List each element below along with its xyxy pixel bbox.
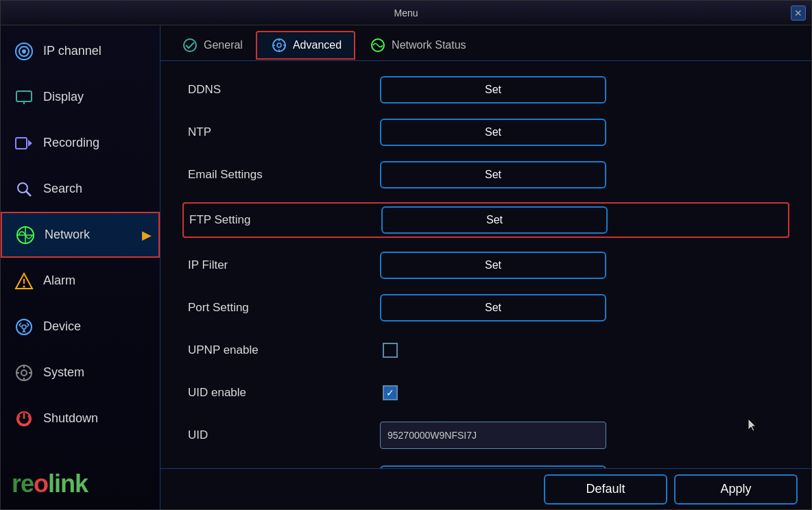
sidebar-item-alarm[interactable]: Alarm <box>1 258 160 304</box>
sidebar-item-device[interactable]: Device <box>1 304 160 350</box>
sidebar-label-device: Device <box>43 319 81 334</box>
svg-point-8 <box>18 183 27 193</box>
svg-point-19 <box>21 370 27 376</box>
sidebar-arrow: ▶ <box>142 228 152 243</box>
svg-rect-3 <box>16 91 32 101</box>
setting-label-ftp-setting: FTP Setting <box>189 213 381 227</box>
setting-row-ddns: DDNSSet <box>188 75 784 105</box>
svg-point-28 <box>277 43 281 47</box>
sidebar-item-recording[interactable]: Recording <box>1 120 160 166</box>
title-bar: Menu ✕ <box>1 1 811 25</box>
alarm-icon <box>12 269 36 293</box>
tab-label-advanced: Advanced <box>293 39 342 51</box>
sidebar-item-display[interactable]: Display <box>1 74 160 120</box>
tab-icon-advanced <box>270 36 289 55</box>
sidebar-label-network: Network <box>45 228 90 242</box>
apply-button[interactable]: Apply <box>674 474 798 505</box>
sidebar-label-search: Search <box>43 182 82 196</box>
setting-label-uid: UID <box>188 428 380 442</box>
sidebar: IP channelDisplayRecordingSearchNetwork▶… <box>1 25 160 509</box>
sidebar-item-ip-channel[interactable]: IP channel <box>1 28 160 74</box>
bottom-bar: Default Apply <box>160 468 811 509</box>
sidebar-label-display: Display <box>43 90 84 104</box>
tab-label-general: General <box>204 39 243 51</box>
setting-label-ddns: DDNS <box>188 83 380 97</box>
setting-row-email-settings: Email SettingsSet <box>188 160 784 190</box>
setting-label-port-setting: Port Setting <box>188 301 380 315</box>
default-button[interactable]: Default <box>544 474 667 505</box>
sidebar-item-search[interactable]: Search <box>1 166 160 212</box>
svg-point-26 <box>184 39 196 51</box>
tab-general[interactable]: General <box>167 31 256 60</box>
tab-advanced[interactable]: Advanced <box>256 31 355 60</box>
tab-icon-general <box>180 36 200 55</box>
main-window: Menu ✕ IP channelDisplayRecordingSearchN… <box>0 0 812 510</box>
tab-label-network-status: Network Status <box>392 39 466 51</box>
svg-marker-7 <box>28 140 32 147</box>
svg-point-16 <box>16 319 32 335</box>
window-title: Menu <box>394 8 418 19</box>
setting-row-ntp: NTPSet <box>188 117 784 147</box>
close-button[interactable]: ✕ <box>791 5 806 21</box>
svg-point-17 <box>22 325 26 329</box>
sidebar-label-system: System <box>43 365 84 380</box>
checkbox-upnp-enable[interactable] <box>380 340 401 361</box>
set-button-port-setting[interactable]: Set <box>380 294 606 321</box>
device-icon <box>12 315 36 339</box>
reolink-logo: reolink <box>12 470 88 498</box>
sidebar-item-network[interactable]: Network▶ <box>1 212 160 258</box>
camera-icon <box>12 39 36 64</box>
display-icon <box>12 85 36 110</box>
setting-label-ntp: NTP <box>188 125 380 139</box>
sidebar-item-system[interactable]: System <box>1 350 160 396</box>
sidebar-label-alarm: Alarm <box>43 274 75 288</box>
content-area: IP channelDisplayRecordingSearchNetwork▶… <box>1 25 811 509</box>
sidebar-item-shutdown[interactable]: Shutdown <box>1 396 160 441</box>
sidebar-label-recording: Recording <box>43 136 99 150</box>
set-button-ntp[interactable]: Set <box>380 119 606 146</box>
set-button-ip-filter[interactable]: Set <box>380 252 606 279</box>
setting-row-port-setting: Port SettingSet <box>188 293 784 323</box>
sidebar-label-shutdown: Shutdown <box>43 411 98 426</box>
setting-label-email-settings: Email Settings <box>188 168 380 182</box>
svg-point-2 <box>22 49 26 53</box>
sidebar-label-ip-channel: IP channel <box>43 44 102 58</box>
setting-row-ftp-setting: FTP SettingSet <box>182 202 789 238</box>
search-icon <box>12 177 36 202</box>
send-uid-row: Send UID to Email <box>188 463 784 468</box>
shutdown-icon <box>12 406 36 431</box>
tab-icon-network-status <box>368 36 387 55</box>
set-button-email-settings[interactable]: Set <box>380 161 606 189</box>
setting-row-uid: UID <box>188 420 784 450</box>
tabs-bar: GeneralAdvancedNetwork Status <box>160 25 811 61</box>
system-icon <box>12 361 36 385</box>
uid-input[interactable] <box>380 422 606 449</box>
set-button-ftp-setting[interactable]: Set <box>381 206 608 234</box>
svg-line-9 <box>26 191 31 196</box>
svg-rect-6 <box>16 138 27 149</box>
main-panel: GeneralAdvancedNetwork Status DDNSSetNTP… <box>160 25 811 509</box>
tab-network-status[interactable]: Network Status <box>355 31 479 60</box>
setting-row-upnp-enable: UPNP enable <box>188 335 784 365</box>
setting-label-uid-enable: UID enable <box>188 386 380 400</box>
network-icon <box>13 223 38 247</box>
setting-label-ip-filter: IP Filter <box>188 258 380 272</box>
svg-point-15 <box>23 285 25 287</box>
checkbox-uid-enable[interactable] <box>380 382 401 403</box>
setting-label-upnp-enable: UPNP enable <box>188 343 380 357</box>
set-button-ddns[interactable]: Set <box>380 76 606 104</box>
recording-icon <box>12 131 36 156</box>
logo-area: reolink <box>1 459 160 509</box>
settings-area: DDNSSetNTPSetEmail SettingsSetFTP Settin… <box>160 61 811 468</box>
setting-row-uid-enable: UID enable <box>188 378 784 408</box>
setting-row-ip-filter: IP FilterSet <box>188 250 784 280</box>
